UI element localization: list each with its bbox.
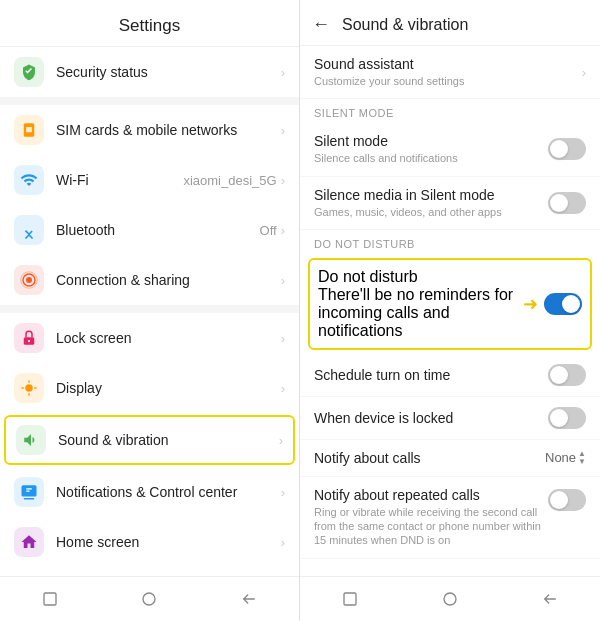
display-label: Display <box>56 380 281 396</box>
dnd-toggle[interactable] <box>544 293 582 315</box>
sidebar-item-lock[interactable]: Lock screen › <box>0 313 299 363</box>
notify-calls-value: None ▲▼ <box>545 450 586 466</box>
home-chevron: › <box>281 535 285 550</box>
connection-label: Connection & sharing <box>56 272 281 288</box>
sound-assistant-item[interactable]: Sound assistant Customize your sound set… <box>300 46 600 99</box>
right-nav-square[interactable] <box>338 587 362 611</box>
right-nav-back[interactable] <box>538 587 562 611</box>
notify-repeated-subtitle: Ring or vibrate while receiving the seco… <box>314 505 548 548</box>
home-icon <box>20 533 38 551</box>
left-panel: Settings Security status › SIM cards & <box>0 0 300 621</box>
sim-icon-wrap <box>14 115 44 145</box>
schedule-toggle[interactable] <box>548 364 586 386</box>
sound-assistant-text: Sound assistant Customize your sound set… <box>314 56 582 88</box>
sidebar-item-home[interactable]: Home screen › <box>0 517 299 567</box>
notify-repeated-title: Notify about repeated calls <box>314 487 548 503</box>
silent-mode-text: Silent mode Silence calls and notificati… <box>314 133 548 165</box>
lock-icon <box>20 329 38 347</box>
sidebar-item-sound[interactable]: Sound & vibration › <box>4 415 295 465</box>
sound-icon <box>22 431 40 449</box>
sidebar-item-security[interactable]: Security status › <box>0 47 299 97</box>
silent-mode-label: SILENT MODE <box>300 99 600 123</box>
sound-assistant-chevron: › <box>582 65 586 80</box>
silent-mode-subtitle: Silence calls and notifications <box>314 151 548 165</box>
lock-icon-wrap <box>14 323 44 353</box>
dnd-label: DO NOT DISTURB <box>300 230 600 254</box>
right-content: Sound assistant Customize your sound set… <box>300 46 600 576</box>
sim-chevron: › <box>281 123 285 138</box>
svg-point-2 <box>26 277 32 283</box>
sound-chevron: › <box>279 433 283 448</box>
when-locked-title: When device is locked <box>314 410 548 426</box>
wifi-icon-wrap <box>14 165 44 195</box>
right-bottom-nav <box>300 576 600 621</box>
notification-icon <box>20 483 38 501</box>
left-nav-circle[interactable] <box>137 587 161 611</box>
sidebar-item-sim[interactable]: SIM cards & mobile networks › <box>0 105 299 155</box>
notifications-chevron: › <box>281 485 285 500</box>
sidebar-item-bluetooth[interactable]: Bluetooth Off › <box>0 205 299 255</box>
notify-calls-text: Notify about calls <box>314 450 545 466</box>
security-chevron: › <box>281 65 285 80</box>
wifi-value: xiaomi_desi_5G <box>183 173 276 188</box>
security-label: Security status <box>56 64 281 80</box>
schedule-item[interactable]: Schedule turn on time <box>300 354 600 397</box>
dnd-arrow-icon: ➜ <box>523 293 538 315</box>
silent-mode-item[interactable]: Silent mode Silence calls and notificati… <box>300 123 600 176</box>
divider-1 <box>0 97 299 105</box>
bluetooth-label: Bluetooth <box>56 222 260 238</box>
left-nav-square[interactable] <box>38 587 62 611</box>
home-icon-wrap <box>14 527 44 557</box>
back-button[interactable]: ← <box>312 14 330 35</box>
notify-repeated-toggle[interactable] <box>548 489 586 511</box>
when-locked-text: When device is locked <box>314 410 548 426</box>
silence-media-toggle[interactable] <box>548 192 586 214</box>
svg-rect-13 <box>24 498 35 500</box>
divider-2 <box>0 305 299 313</box>
schedule-title: Schedule turn on time <box>314 367 548 383</box>
when-locked-item[interactable]: When device is locked <box>300 397 600 440</box>
settings-list: Security status › SIM cards & mobile net… <box>0 47 299 576</box>
bluetooth-icon-wrap <box>14 215 44 245</box>
right-panel: ← Sound & vibration Sound assistant Cust… <box>300 0 600 621</box>
sidebar-item-wifi[interactable]: Wi-Fi xiaomi_desi_5G › <box>0 155 299 205</box>
svg-point-6 <box>28 340 30 342</box>
wifi-chevron: › <box>281 173 285 188</box>
notify-calls-item[interactable]: Notify about calls None ▲▼ <box>300 440 600 477</box>
left-header: Settings <box>0 0 299 47</box>
right-nav-circle[interactable] <box>438 587 462 611</box>
left-nav-back[interactable] <box>237 587 261 611</box>
svg-rect-18 <box>44 593 56 605</box>
svg-rect-1 <box>26 127 32 132</box>
sound-icon-wrap <box>16 425 46 455</box>
silence-media-title: Silence media in Silent mode <box>314 187 548 203</box>
notify-calls-arrows[interactable]: ▲▼ <box>578 450 586 466</box>
svg-point-19 <box>143 593 155 605</box>
when-locked-toggle[interactable] <box>548 407 586 429</box>
sim-icon <box>20 121 38 139</box>
silent-mode-toggle[interactable] <box>548 138 586 160</box>
bluetooth-value: Off <box>260 223 277 238</box>
sidebar-item-connection[interactable]: Connection & sharing › <box>0 255 299 305</box>
shield-icon <box>20 63 38 81</box>
wifi-icon <box>20 171 38 189</box>
dnd-subtitle: There'll be no reminders for incoming ca… <box>318 286 523 340</box>
silence-media-text: Silence media in Silent mode Games, musi… <box>314 187 548 219</box>
sidebar-item-display[interactable]: Display › <box>0 363 299 413</box>
right-header: ← Sound & vibration <box>300 0 600 46</box>
silence-media-subtitle: Games, music, videos, and other apps <box>314 205 548 219</box>
wifi-label: Wi-Fi <box>56 172 183 188</box>
display-icon-wrap <box>14 373 44 403</box>
sim-label: SIM cards & mobile networks <box>56 122 281 138</box>
right-title: Sound & vibration <box>342 16 468 34</box>
silence-media-item[interactable]: Silence media in Silent mode Games, musi… <box>300 177 600 230</box>
svg-rect-20 <box>344 593 356 605</box>
connection-chevron: › <box>281 273 285 288</box>
lock-chevron: › <box>281 331 285 346</box>
dnd-item[interactable]: Do not disturb There'll be no reminders … <box>308 258 592 350</box>
sidebar-item-wallpaper[interactable]: Wallpaper › <box>0 567 299 576</box>
notify-repeated-item[interactable]: Notify about repeated calls Ring or vibr… <box>300 477 600 559</box>
sidebar-item-notifications[interactable]: Notifications & Control center › <box>0 467 299 517</box>
dnd-text: Do not disturb There'll be no reminders … <box>318 268 523 340</box>
silent-mode-title: Silent mode <box>314 133 548 149</box>
